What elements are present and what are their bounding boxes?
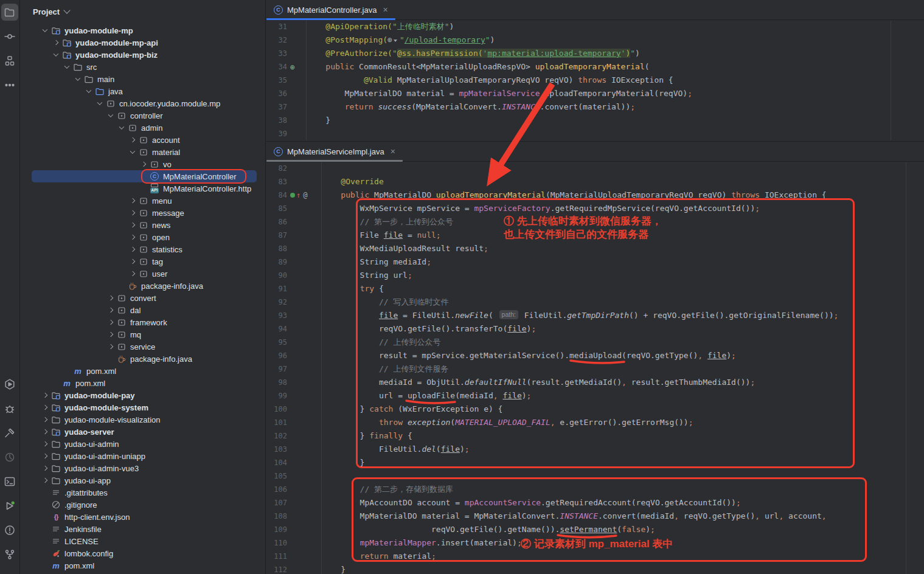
tree-item-yudao-server[interactable]: yudao-server xyxy=(21,426,265,438)
code-line-35[interactable]: 35 @Valid MpMaterialUploadTemporaryReqVO… xyxy=(266,74,924,87)
line-number[interactable]: 92 xyxy=(266,296,287,309)
tree-item-package-info-java[interactable]: package-info.java xyxy=(21,353,265,365)
code-line-36[interactable]: 36 MpMaterialDO material = mpMaterialSer… xyxy=(266,87,924,100)
tree-item-controller[interactable]: controller xyxy=(21,109,265,122)
code-line-111[interactable]: 111 return material; xyxy=(266,550,924,563)
tree-item--gitignore[interactable]: .gitignore xyxy=(21,499,265,511)
code-line-33[interactable]: 33 @PreAuthorize("@ss.hasPermission('mp:… xyxy=(266,47,924,60)
close-icon[interactable]: × xyxy=(391,147,395,156)
code-line-102[interactable]: 102 } finally { xyxy=(266,429,924,443)
chevron-down-icon[interactable] xyxy=(50,49,61,60)
code-line-91[interactable]: 91 try { xyxy=(266,282,924,296)
tree-item-yudao-module-system[interactable]: yudao-module-system xyxy=(21,401,265,413)
tree-item-pom-xml[interactable]: mpom.xml xyxy=(21,365,265,377)
tree-item-java[interactable]: java xyxy=(21,85,265,97)
line-number[interactable]: 86 xyxy=(266,215,287,229)
tree-item-lombok-config[interactable]: lombok.config xyxy=(21,547,265,559)
line-number[interactable]: 112 xyxy=(266,563,287,574)
line-number[interactable]: 105 xyxy=(266,469,287,483)
line-number[interactable]: 104 xyxy=(266,456,287,469)
line-number[interactable]: 88 xyxy=(266,242,287,255)
build-icon[interactable] xyxy=(1,424,18,441)
tree-item-yudao-module-visualization[interactable]: yudao-module-visualization xyxy=(21,413,265,426)
tree-item-cn-iocoder-yudao-module-mp[interactable]: cn.iocoder.yudao.module.mp xyxy=(21,97,265,109)
line-number[interactable]: 99 xyxy=(266,389,287,403)
line-number[interactable]: 87 xyxy=(266,229,287,242)
chevron-right-icon[interactable] xyxy=(40,451,50,462)
chevron-down-icon[interactable] xyxy=(72,74,83,85)
tree-item-convert[interactable]: convert xyxy=(21,292,265,304)
line-number[interactable]: 36 xyxy=(266,87,287,100)
chevron-right-icon[interactable] xyxy=(127,207,138,218)
code-line-110[interactable]: 110 mpMaterialMapper.insert(material); xyxy=(266,536,924,550)
chevron-right-icon[interactable] xyxy=(40,475,50,486)
chevron-down-icon[interactable] xyxy=(116,122,127,133)
globe-icon[interactable]: ⊕ xyxy=(387,35,392,44)
chevron-right-icon[interactable] xyxy=(127,244,138,255)
git-icon[interactable] xyxy=(1,546,18,563)
editor-bottom-code[interactable]: 8283 @Override84↑@ public MpMaterialDO u… xyxy=(266,162,924,574)
tree-item-vo[interactable]: vo xyxy=(21,158,265,170)
more-icon[interactable] xyxy=(1,77,18,94)
code-line-94[interactable]: 94 reqVO.getFile().transferTo(file); xyxy=(266,322,924,336)
code-line-92[interactable]: 92 // 写入到临时文件 xyxy=(266,296,924,309)
chevron-right-icon[interactable] xyxy=(40,438,50,449)
tree-item-yudao-module-mp[interactable]: yudao-module-mp xyxy=(21,24,265,36)
code-line-93[interactable]: 93 file = FileUtil.newFile( path: FileUt… xyxy=(266,309,924,322)
code-line-97[interactable]: 97 // 上传到文件服务 xyxy=(266,362,924,376)
chevron-down-icon[interactable] xyxy=(61,61,72,72)
line-number[interactable]: 108 xyxy=(266,510,287,523)
line-number[interactable]: 31 xyxy=(266,20,287,33)
chevron-right-icon[interactable] xyxy=(127,220,138,230)
tree-item-jenkinsfile[interactable]: Jenkinsfile xyxy=(21,523,265,535)
code-line-108[interactable]: 108 MpMaterialDO material = MpMaterialCo… xyxy=(266,510,924,523)
line-number[interactable]: 91 xyxy=(266,282,287,296)
chevron-right-icon[interactable] xyxy=(40,463,50,474)
tree-item-license[interactable]: LICENSE xyxy=(21,535,265,547)
line-number[interactable]: 85 xyxy=(266,202,287,215)
line-number[interactable]: 100 xyxy=(266,403,287,416)
code-line-90[interactable]: 90 String url; xyxy=(266,269,924,282)
chevron-right-icon[interactable] xyxy=(127,134,138,145)
chevron-right-icon[interactable] xyxy=(105,317,116,328)
tree-item-tag[interactable]: tag xyxy=(21,255,265,268)
chevron-right-icon[interactable] xyxy=(127,232,138,243)
code-line-32[interactable]: 32 @PostMapping(⊕"/upload-temporary") xyxy=(266,33,924,47)
line-number[interactable]: 35 xyxy=(266,74,287,87)
code-line-87[interactable]: 87 File file = null; xyxy=(266,229,924,242)
structure-icon[interactable] xyxy=(1,52,18,69)
code-line-105[interactable]: 105 xyxy=(266,469,924,483)
tree-item-yudao-ui-admin[interactable]: yudao-ui-admin xyxy=(21,438,265,450)
project-panel-header[interactable]: Project xyxy=(21,0,265,23)
code-line-109[interactable]: 109 reqVO.getFile().getName()).setPerman… xyxy=(266,523,924,536)
code-line-104[interactable]: 104 } xyxy=(266,456,924,469)
line-number[interactable]: 83 xyxy=(266,175,287,188)
tree-item-material[interactable]: material xyxy=(21,146,265,158)
line-number[interactable]: 37 xyxy=(266,100,287,114)
line-number[interactable]: 111 xyxy=(266,550,287,563)
line-number[interactable]: 34 xyxy=(266,60,287,74)
tree-item-mpmaterialcontroller[interactable]: CMpMaterialController xyxy=(21,170,265,182)
chevron-right-icon[interactable] xyxy=(127,195,138,206)
code-line-99[interactable]: 99 url = uploadFile(mediaId, file); xyxy=(266,389,924,403)
profiler-icon[interactable] xyxy=(1,449,18,466)
tree-item-message[interactable]: message xyxy=(21,207,265,219)
code-line-98[interactable]: 98 mediaId = ObjUtil.defaultIfNull(resul… xyxy=(266,376,924,389)
chevron-right-icon[interactable] xyxy=(50,37,61,48)
line-number[interactable]: 32 xyxy=(266,33,287,47)
code-line-83[interactable]: 83 @Override xyxy=(266,175,924,188)
tree-item-http-client-env-json[interactable]: {}http-client.env.json xyxy=(21,511,265,523)
tree-item-yudao-module-mp-biz[interactable]: yudao-module-mp-biz xyxy=(21,49,265,61)
code-line-107[interactable]: 107 MpAccountDO account = mpAccountServi… xyxy=(266,496,924,510)
line-number[interactable]: 106 xyxy=(266,483,287,496)
line-number[interactable]: 101 xyxy=(266,416,287,429)
tree-item-yudao-ui-admin-vue3[interactable]: yudao-ui-admin-vue3 xyxy=(21,462,265,474)
chevron-down-icon[interactable] xyxy=(105,110,116,121)
tab-mpmaterialcontroller-java[interactable]: C MpMaterialController.java × xyxy=(266,0,395,19)
close-icon[interactable]: × xyxy=(383,5,387,15)
chevron-right-icon[interactable] xyxy=(138,159,149,170)
tree-item-news[interactable]: news xyxy=(21,219,265,231)
line-number[interactable]: 98 xyxy=(266,376,287,389)
code-line-88[interactable]: 88 WxMediaUploadResult result; xyxy=(266,242,924,255)
tree-item-menu[interactable]: menu xyxy=(21,195,265,207)
